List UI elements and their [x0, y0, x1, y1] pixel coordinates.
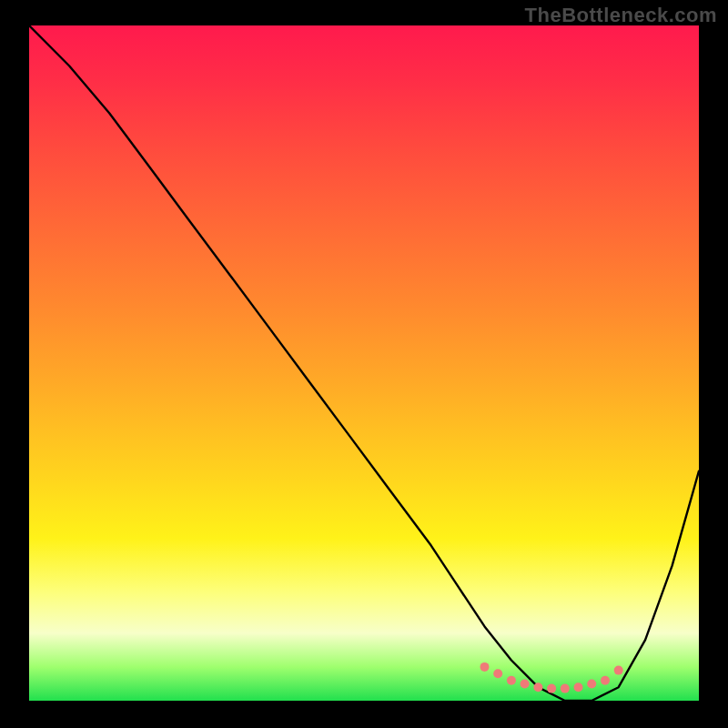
bottleneck-curve-svg	[29, 25, 699, 701]
plot-area	[29, 25, 699, 701]
watermark-text: TheBottleneck.com	[525, 4, 717, 27]
optimal-dot	[587, 680, 596, 689]
optimal-dot	[493, 669, 502, 678]
optimal-dot	[547, 684, 556, 693]
chart-frame: TheBottleneck.com	[0, 0, 728, 728]
optimal-dot	[533, 682, 542, 692]
optimal-dot	[574, 682, 583, 692]
optimal-dot	[521, 680, 530, 689]
optimal-dot	[480, 662, 490, 672]
optimal-dot	[507, 676, 516, 685]
optimal-dot	[614, 666, 623, 675]
optimal-dot	[561, 684, 570, 693]
optimal-dot	[601, 676, 610, 685]
bottleneck-curve	[29, 25, 699, 701]
optimal-dots-group	[480, 662, 623, 693]
